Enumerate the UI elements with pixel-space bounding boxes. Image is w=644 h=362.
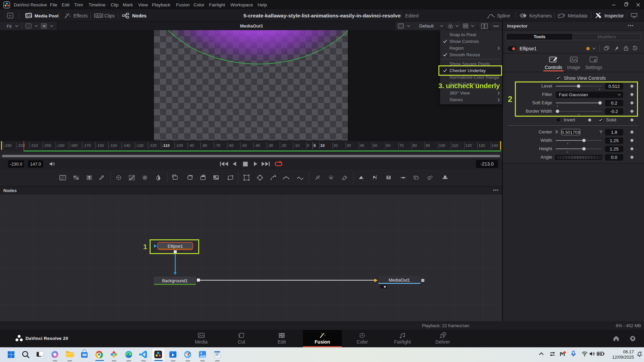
svg-text:A: A — [28, 24, 30, 28]
svg-text:T: T — [387, 176, 389, 179]
svg-text:T: T — [88, 176, 91, 180]
svg-text:z: z — [641, 351, 642, 353]
